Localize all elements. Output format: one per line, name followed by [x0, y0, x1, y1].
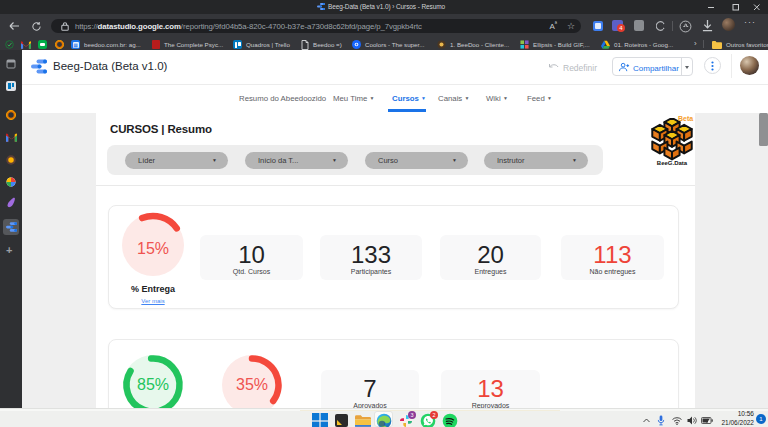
- svg-text:85%: 85%: [137, 376, 169, 393]
- svg-text:35%: 35%: [236, 376, 268, 393]
- svg-text:15%: 15%: [137, 240, 169, 257]
